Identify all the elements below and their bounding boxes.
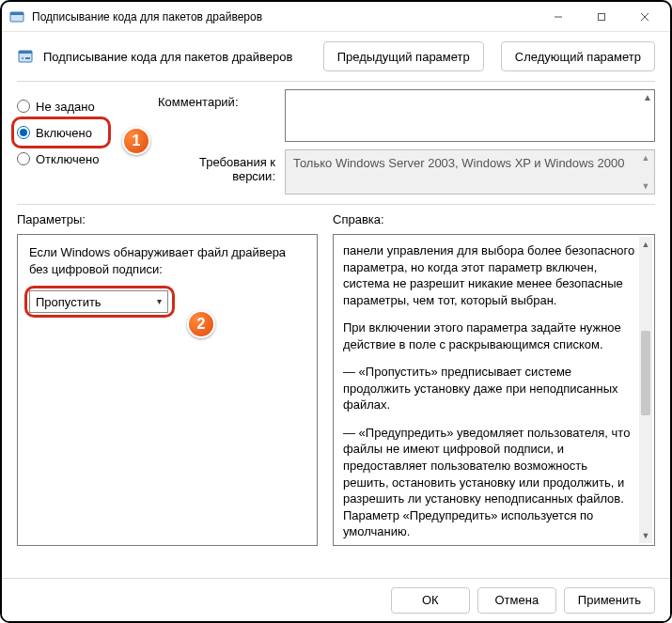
dialog-footer: ОК Отмена Применить (2, 578, 670, 621)
chevron-down-icon: ▾ (157, 296, 162, 306)
radio-label: Включено (36, 126, 92, 140)
options-panel: Если Windows обнаруживает файл драйвера … (17, 234, 318, 546)
minimize-button[interactable] (537, 2, 580, 31)
help-paragraph: — «Пропустить» предписывает системе прод… (343, 364, 635, 413)
help-paragraph: При включении этого параметра задайте ну… (343, 319, 635, 352)
supported-on-label: Требования к версии: (158, 142, 285, 195)
radio-label: Отключено (36, 152, 99, 166)
radio-icon (17, 152, 30, 165)
help-heading: Справка: (333, 209, 655, 234)
options-heading: Параметры: (17, 209, 318, 234)
scroll-down-icon: ▼ (639, 530, 652, 541)
radio-label: Не задано (36, 100, 95, 114)
svg-point-8 (22, 57, 23, 59)
separator (17, 81, 655, 82)
policy-app-icon (9, 9, 24, 24)
svg-rect-1 (10, 12, 23, 15)
help-scrollbar[interactable]: ▲ ▼ (639, 237, 652, 543)
dropdown-value: Пропустить (36, 295, 102, 309)
signing-action-dropdown[interactable]: Пропустить ▾ (29, 290, 168, 313)
apply-button[interactable]: Применить (564, 587, 655, 614)
comment-label: Комментарий: (158, 89, 285, 142)
next-setting-button[interactable]: Следующий параметр (501, 41, 655, 71)
help-paragraph: — «Предупредить» уведомляет пользователя… (343, 425, 635, 540)
svg-rect-3 (599, 13, 605, 20)
annotation-badge-1: 1 (122, 127, 150, 155)
comment-textarea[interactable]: ▲ (285, 89, 655, 142)
help-panel: панели управления для выбора более безоп… (333, 234, 655, 546)
scroll-up-icon: ▲ (639, 239, 652, 250)
previous-setting-button[interactable]: Предыдущий параметр (323, 41, 484, 71)
ok-button[interactable]: ОК (391, 587, 470, 614)
window-title: Подписывание кода для пакетов драйверов (32, 10, 537, 23)
supported-on-text: Только Windows Server 2003, Windows XP и… (285, 149, 655, 195)
close-button[interactable] (623, 2, 666, 31)
dropdown-prompt: Если Windows обнаруживает файл драйвера … (29, 244, 305, 277)
radio-not-configured[interactable]: Не задано (17, 93, 158, 119)
titlebar: Подписывание кода для пакетов драйверов (2, 2, 670, 32)
svg-rect-7 (19, 51, 32, 54)
annotation-badge-2: 2 (187, 310, 215, 338)
policy-icon (17, 48, 34, 65)
scroll-up-icon: ▲ (643, 92, 652, 102)
help-paragraph: панели управления для выбора более безоп… (343, 242, 635, 308)
supported-on-value: Только Windows Server 2003, Windows XP и… (293, 156, 625, 170)
cancel-button[interactable]: Отмена (477, 587, 556, 614)
maximize-button[interactable] (580, 2, 623, 31)
policy-title: Подписывание кода для пакетов драйверов (43, 50, 314, 64)
separator (17, 204, 655, 205)
scrollbar-thumb[interactable] (641, 331, 650, 415)
radio-icon (17, 126, 30, 139)
radio-icon (17, 100, 30, 113)
scroll-stub: ▲▼ (640, 153, 651, 191)
svg-rect-9 (25, 57, 30, 59)
